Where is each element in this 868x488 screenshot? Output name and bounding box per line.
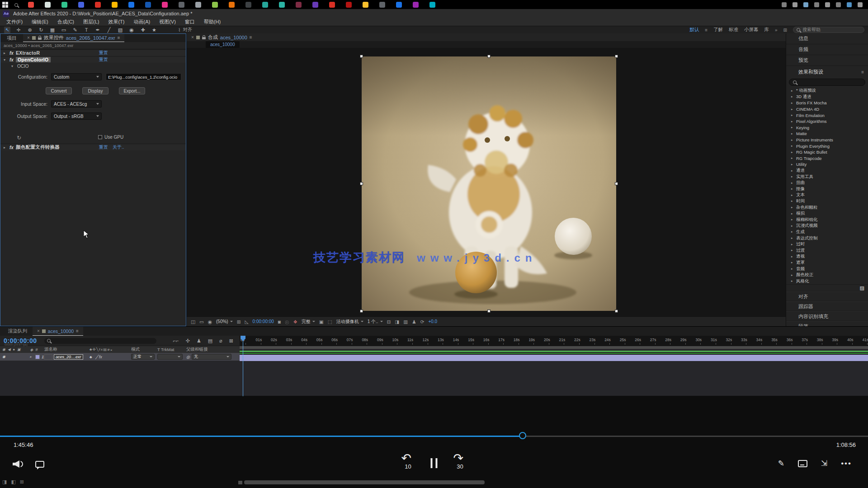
snapshot-icon[interactable]: ◙ bbox=[278, 319, 281, 324]
effects-category[interactable]: ▸ * 动画预设 bbox=[786, 88, 868, 94]
tool-icon[interactable]: ╱ bbox=[106, 27, 112, 33]
taskbar-app-icon[interactable] bbox=[229, 2, 235, 8]
tool-icon[interactable]: ↻ bbox=[38, 27, 44, 33]
bottom-toggle-icon[interactable]: ◧ bbox=[11, 479, 15, 485]
twirl-icon[interactable]: ▸ bbox=[791, 138, 794, 142]
effects-search-input[interactable] bbox=[789, 79, 865, 86]
ocio-group-row[interactable]: ▾ OCIO bbox=[0, 63, 186, 69]
twirl-icon[interactable]: ▸ bbox=[791, 120, 794, 123]
close-icon[interactable]: × bbox=[27, 35, 30, 40]
tab-render-queue[interactable]: 渲染队列 bbox=[3, 327, 33, 336]
edit-pencil-button[interactable]: ✎ bbox=[778, 459, 784, 468]
effects-category[interactable]: ▸ 扭曲 bbox=[786, 180, 868, 186]
tool-icon[interactable]: ✒ bbox=[94, 27, 101, 33]
tray-icon[interactable] bbox=[858, 2, 863, 7]
time-ruler[interactable]: 0s01s02s03s04s05s06s07s08s09s10s11s12s13… bbox=[240, 336, 868, 346]
panel-effects-presets[interactable]: 效果和预设 ≡ bbox=[786, 66, 868, 78]
parent-dropdown[interactable]: 无 bbox=[192, 354, 231, 360]
taskbar-app-icon[interactable] bbox=[45, 2, 51, 8]
effects-category[interactable]: ▸ 实用工具 bbox=[786, 174, 868, 180]
tray-icon[interactable] bbox=[803, 2, 808, 7]
work-area-bar[interactable] bbox=[240, 346, 868, 349]
effects-category[interactable]: ▸ Picture Instruments bbox=[786, 137, 868, 143]
exit-fullscreen-button[interactable]: ⇲ bbox=[821, 459, 827, 468]
effects-category[interactable]: ▸ RG Magic Bullet bbox=[786, 149, 868, 155]
layer-duration-bar[interactable] bbox=[240, 354, 868, 361]
twirl-icon[interactable]: ▸ bbox=[791, 230, 794, 234]
viewer-timecode[interactable]: 0:00:00:00 bbox=[253, 319, 274, 324]
magnification-icon[interactable]: ▭ bbox=[199, 319, 204, 324]
effects-category[interactable]: ▸ CINEMA 4D bbox=[786, 106, 868, 113]
effects-category[interactable]: ▸ 遮罩 bbox=[786, 260, 868, 266]
menu-item[interactable]: 动画(A) bbox=[129, 19, 155, 25]
effects-category[interactable]: ▸ RG Trapcode bbox=[786, 155, 868, 162]
menu-item[interactable]: 帮助(H) bbox=[199, 19, 225, 25]
twirl-icon[interactable]: ▸ bbox=[791, 144, 794, 148]
effects-category[interactable]: ▸ Plugin Everything bbox=[786, 143, 868, 149]
region-of-interest-icon[interactable]: ◺ bbox=[245, 319, 249, 324]
display-button[interactable]: Display bbox=[82, 87, 108, 94]
close-icon[interactable]: × bbox=[37, 328, 40, 333]
twirl-icon[interactable]: ▸ bbox=[791, 261, 794, 264]
twirl-icon[interactable]: ▸ bbox=[791, 243, 794, 246]
twirl-icon[interactable]: ▸ bbox=[30, 355, 33, 359]
selection-handle[interactable] bbox=[615, 182, 618, 185]
target-region-icon[interactable]: ▣ bbox=[319, 319, 324, 324]
effects-category[interactable]: ▸ 风格化 bbox=[786, 278, 868, 284]
twirl-icon[interactable]: ▸ bbox=[4, 145, 7, 150]
quality-icon[interactable]: ♣ bbox=[90, 355, 92, 359]
twirl-icon[interactable]: ▸ bbox=[791, 175, 794, 178]
bottom-toggle-icon[interactable]: ◨ bbox=[2, 479, 7, 485]
twirl-icon[interactable]: ▸ bbox=[791, 187, 794, 191]
layer-row[interactable]: ◉ ▸ 1 aces_20....exr ♣╱ fx 正常 bbox=[0, 353, 240, 361]
twirl-icon[interactable]: ▸ bbox=[791, 113, 794, 117]
taskbar-app-icon[interactable] bbox=[363, 2, 368, 8]
effects-category[interactable]: ▸ Utility bbox=[786, 161, 868, 168]
effects-category[interactable]: ▸ 音频 bbox=[786, 266, 868, 272]
show-snapshot-icon[interactable]: ◎ bbox=[285, 319, 289, 324]
twirl-icon[interactable]: ▸ bbox=[791, 126, 794, 129]
output-space-dropdown[interactable]: Output - sRGB bbox=[51, 113, 102, 120]
start-button[interactable] bbox=[2, 2, 8, 8]
refresh-icon[interactable]: ↻ bbox=[17, 135, 21, 141]
selection-handle[interactable] bbox=[360, 55, 363, 58]
selection-handle[interactable] bbox=[487, 310, 491, 313]
effect-row-opencolorio[interactable]: ▾ fx OpenColorIO 重置 bbox=[0, 56, 186, 63]
twirl-icon[interactable]: ▸ bbox=[791, 156, 794, 160]
new-preset-icon[interactable]: ▨ bbox=[860, 285, 864, 291]
twirl-icon[interactable]: ▸ bbox=[791, 199, 794, 203]
twirl-icon[interactable]: ▸ bbox=[791, 132, 794, 136]
exposure-value[interactable]: +0.0 bbox=[428, 319, 437, 324]
twirl-icon[interactable]: ▸ bbox=[791, 193, 794, 197]
effects-category[interactable]: ▸ Keying bbox=[786, 125, 868, 131]
tool-icon[interactable]: ▧ bbox=[117, 27, 123, 33]
taskbar-app-icon[interactable] bbox=[396, 2, 402, 8]
panel-tracker[interactable]: 跟踪器 bbox=[786, 301, 868, 311]
taskbar-app-icon[interactable] bbox=[296, 2, 302, 8]
timeline-search-input[interactable] bbox=[44, 338, 156, 344]
column-mode[interactable]: 模式 bbox=[131, 347, 157, 352]
motion-blur-icon[interactable]: ⌀ bbox=[219, 338, 222, 344]
panel-menu-icon[interactable]: ≡ bbox=[861, 70, 864, 75]
twirl-icon[interactable]: ▸ bbox=[791, 169, 794, 173]
mini-view-button[interactable] bbox=[798, 460, 807, 467]
menu-item[interactable]: 图层(L) bbox=[79, 19, 104, 25]
taskbar-app-icon[interactable] bbox=[162, 2, 168, 8]
menu-item[interactable]: 合成(C) bbox=[53, 19, 79, 25]
effects-category[interactable]: ▸ Matte bbox=[786, 131, 868, 137]
taskbar-app-icon[interactable] bbox=[145, 2, 151, 8]
effects-category[interactable]: ▸ Film Emulation bbox=[786, 112, 868, 118]
panel-preview[interactable]: 预览 bbox=[786, 55, 868, 66]
timeline-graph-icon[interactable]: ▥ bbox=[403, 319, 408, 324]
tool-icon[interactable]: T bbox=[83, 27, 90, 33]
menu-item[interactable]: 编辑(E) bbox=[27, 19, 53, 25]
camera-dropdown[interactable]: 活动摄像机 bbox=[336, 319, 363, 325]
panel-info[interactable]: 信息 bbox=[786, 33, 868, 44]
menu-item[interactable]: 文件(F) bbox=[2, 19, 27, 25]
taskbar-app-icon[interactable] bbox=[95, 2, 101, 8]
horizontal-scrollbar[interactable] bbox=[244, 480, 485, 484]
tool-icon[interactable]: ✚ bbox=[140, 27, 146, 33]
taskbar-app-icon[interactable] bbox=[413, 2, 419, 8]
twirl-icon[interactable]: ▸ bbox=[791, 150, 794, 154]
subtitles-button[interactable] bbox=[35, 461, 44, 468]
